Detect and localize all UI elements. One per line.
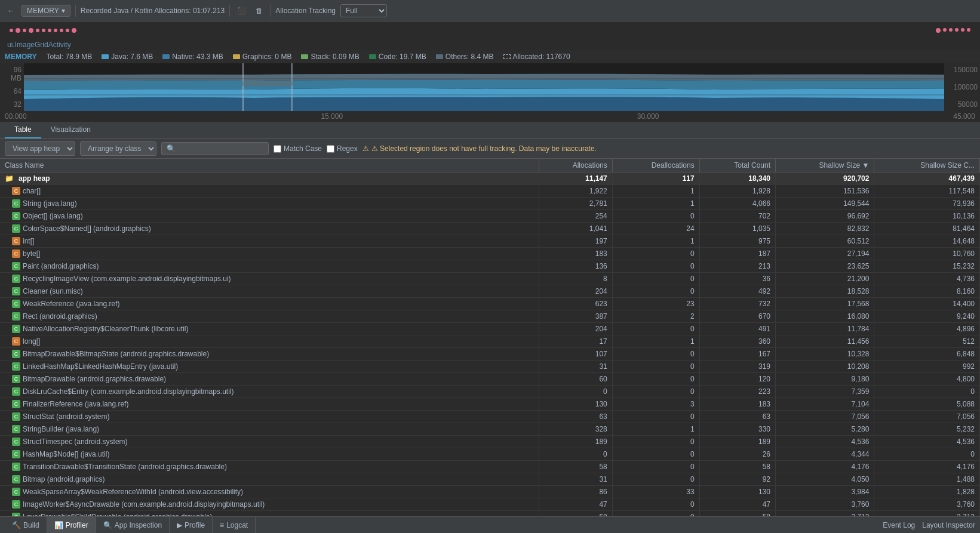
table-row[interactable]: C TransitionDrawable$TransitionState (an… xyxy=(0,461,980,473)
class-name-text: StructTimespec (android.system) xyxy=(23,438,128,446)
data-table-container[interactable]: Class Name Allocations Deallocations Tot… xyxy=(0,159,980,516)
class-name-cell: C StructTimespec (android.system) xyxy=(0,436,539,448)
table-row[interactable]: C BitmapDrawable (android.graphics.drawa… xyxy=(0,373,980,386)
class-name-text: long[] xyxy=(23,337,40,346)
table-row[interactable]: 📁 app heap 11,147 117 18,340 920,702 467… xyxy=(0,172,980,185)
match-case-label[interactable]: Match Case xyxy=(274,144,322,153)
class-name-text: char[] xyxy=(23,187,41,195)
shallow-size-cell: 11,784 xyxy=(776,323,874,335)
dot-2 xyxy=(16,28,20,33)
event-log-link[interactable]: Event Log xyxy=(883,521,915,529)
class-name-cell: C TransitionDrawable$TransitionState (an… xyxy=(0,461,539,473)
table-row[interactable]: C LinkedHashMap$LinkedHashMapEntry (java… xyxy=(0,361,980,373)
tracking-mode-select[interactable]: Full Sampled None xyxy=(340,4,387,17)
table-row[interactable]: C WeakReference (java.lang.ref) 623 23 7… xyxy=(0,298,980,310)
col-allocations[interactable]: Allocations xyxy=(539,159,612,172)
table-row[interactable]: C LayerDrawable$ChildDrawable (android.g… xyxy=(0,511,980,517)
table-row[interactable]: C Rect (android.graphics) 387 2 670 16,0… xyxy=(0,310,980,323)
table-row[interactable]: C StringBuilder (java.lang) 328 1 330 5,… xyxy=(0,423,980,436)
table-row[interactable]: C ImageWorker$AsyncDrawable (com.example… xyxy=(0,498,980,511)
class-icon: C xyxy=(12,425,20,433)
divider-3 xyxy=(270,5,271,17)
chart-canvas[interactable] xyxy=(24,63,944,111)
table-row[interactable]: C DiskLruCache$Entry (com.example.androi… xyxy=(0,386,980,398)
tab-visualization[interactable]: Visualization xyxy=(41,122,100,138)
allocations-cell: 183 xyxy=(539,248,612,260)
bottom-tab-app-inspection[interactable]: 🔍 App Inspection xyxy=(96,517,170,533)
table-row[interactable]: C WeakSparseArray$WeakReferenceWithId (a… xyxy=(0,486,980,498)
arrange-select[interactable]: Arrange by class xyxy=(80,141,156,156)
col-shallow-size[interactable]: Shallow Size ▼ xyxy=(776,159,874,172)
total-count-cell: 187 xyxy=(699,248,775,260)
class-name-text: LinkedHashMap$LinkedHashMapEntry (java.u… xyxy=(23,362,178,371)
class-name-text: WeakReference (java.lang.ref) xyxy=(23,300,120,308)
total-count-cell: 975 xyxy=(699,235,775,248)
logcat-label: Logcat xyxy=(226,521,248,529)
dot-r2 xyxy=(943,28,947,32)
shallow-size-c-cell: 4,896 xyxy=(874,323,980,335)
table-row[interactable]: C StructTimespec (android.system) 189 0 … xyxy=(0,436,980,448)
allocations-cell: 31 xyxy=(539,361,612,373)
search-input[interactable] xyxy=(161,142,269,155)
table-row[interactable]: C int[] 197 1 975 60,512 14,648 xyxy=(0,235,980,248)
allocations-cell: 136 xyxy=(539,260,612,273)
delete-button[interactable]: 🗑 xyxy=(253,5,265,16)
shallow-size-c-cell: 14,648 xyxy=(874,235,980,248)
col-deallocations[interactable]: Deallocations xyxy=(612,159,699,172)
table-row[interactable]: C byte[] 183 0 187 27,194 10,760 xyxy=(0,248,980,260)
shallow-size-cell: 18,528 xyxy=(776,285,874,298)
memory-dropdown[interactable]: MEMORY ▾ xyxy=(21,5,70,17)
bottom-bar: 🔨 Build 📊 Profiler 🔍 App Inspection ▶ Pr… xyxy=(0,516,980,533)
memory-chart-area: MEMORY Total: 78.9 MB Java: 7.6 MB Nativ… xyxy=(0,50,980,122)
allocations-cell: 254 xyxy=(539,210,612,223)
class-icon: C xyxy=(12,362,20,371)
back-button[interactable]: ← xyxy=(5,5,17,16)
table-row[interactable]: C NativeAllocationRegistry$CleanerThunk … xyxy=(0,323,980,335)
match-case-checkbox[interactable] xyxy=(274,145,281,153)
class-name-text: BitmapDrawable$BitmapState (android.grap… xyxy=(23,350,209,358)
deallocations-cell: 1 xyxy=(612,235,699,248)
table-row[interactable]: C BitmapDrawable$BitmapState (android.gr… xyxy=(0,348,980,361)
table-row[interactable]: C long[] 17 1 360 11,456 512 xyxy=(0,335,980,348)
divider-1 xyxy=(75,5,76,17)
regex-checkbox[interactable] xyxy=(327,145,334,153)
table-row[interactable]: C StructStat (android.system) 63 0 63 7,… xyxy=(0,411,980,423)
table-row[interactable]: C Object[] (java.lang) 254 0 702 96,692 … xyxy=(0,210,980,223)
class-name-cell: C StringBuilder (java.lang) xyxy=(0,423,539,436)
col-shallow-size-c[interactable]: Shallow Size C... xyxy=(874,159,980,172)
total-count-cell: 670 xyxy=(699,310,775,323)
bottom-tab-profile[interactable]: ▶ Profile xyxy=(170,517,213,533)
bottom-tab-profiler[interactable]: 📊 Profiler xyxy=(47,517,96,533)
table-row[interactable]: C Paint (android.graphics) 136 0 213 23,… xyxy=(0,260,980,273)
class-name-text: Object[] (java.lang) xyxy=(23,212,83,220)
table-row[interactable]: C Cleaner (sun.misc) 204 0 492 18,528 8,… xyxy=(0,285,980,298)
allocations-cell: 11,147 xyxy=(539,172,612,185)
allocated-item: Allocated: 117670 xyxy=(503,53,570,61)
bottom-tab-build[interactable]: 🔨 Build xyxy=(5,517,47,533)
total-count-cell: 36 xyxy=(699,273,775,285)
tab-table[interactable]: Table xyxy=(5,122,41,138)
table-row[interactable]: C Bitmap (android.graphics) 31 0 92 4,05… xyxy=(0,473,980,486)
shallow-size-c-cell: 14,400 xyxy=(874,298,980,310)
table-row[interactable]: C String (java.lang) 2,781 1 4,066 149,5… xyxy=(0,198,980,210)
table-row[interactable]: C HashMap$Node[] (java.util) 0 0 26 4,34… xyxy=(0,448,980,461)
class-icon: C xyxy=(12,262,20,270)
shallow-size-cell: 7,104 xyxy=(776,398,874,411)
stack-label: Stack: 0.09 MB xyxy=(311,53,359,61)
bottom-tab-logcat[interactable]: ≡ Logcat xyxy=(213,517,256,533)
regex-label[interactable]: Regex xyxy=(327,144,358,153)
toolbar-row: View app heap Arrange by class Match Cas… xyxy=(0,139,980,159)
stop-button[interactable]: ⬛ xyxy=(235,5,248,16)
layout-inspector-link[interactable]: Layout Inspector xyxy=(922,521,975,529)
col-total-count[interactable]: Total Count xyxy=(699,159,775,172)
class-name-text: Cleaner (sun.misc) xyxy=(23,287,83,295)
col-class-name[interactable]: Class Name xyxy=(0,159,539,172)
memory-chevron-icon: ▾ xyxy=(62,7,65,15)
deallocations-cell: 1 xyxy=(612,198,699,210)
table-row[interactable]: C ColorSpace$Named[] (android.graphics) … xyxy=(0,223,980,235)
table-row[interactable]: C RecyclingImageView (com.example.androi… xyxy=(0,273,980,285)
view-heap-select[interactable]: View app heap xyxy=(5,141,75,156)
table-row[interactable]: C FinalizerReference (java.lang.ref) 130… xyxy=(0,398,980,411)
table-row[interactable]: C char[] 1,922 1 1,928 151,536 117,548 xyxy=(0,185,980,198)
class-name-cell: C DiskLruCache$Entry (com.example.androi… xyxy=(0,386,539,398)
